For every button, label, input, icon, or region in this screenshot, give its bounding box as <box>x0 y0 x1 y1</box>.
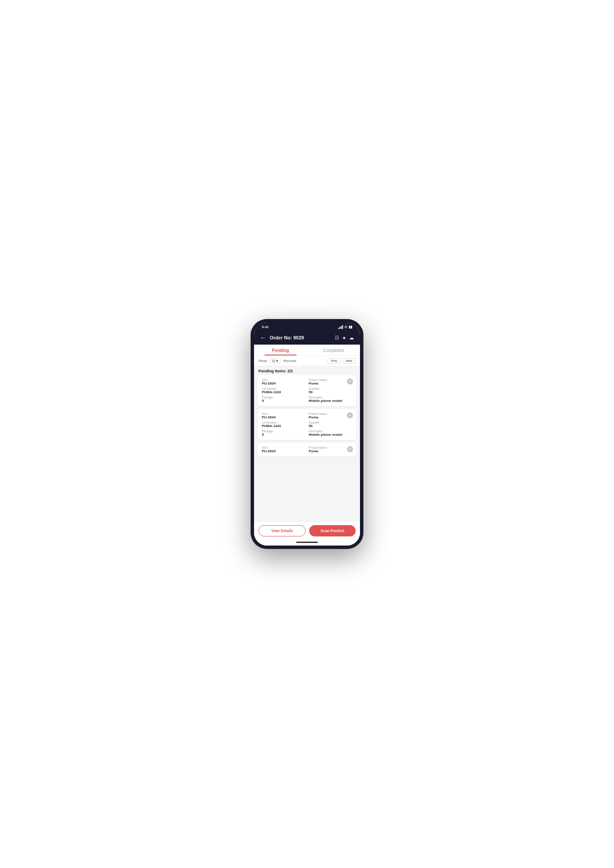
list-item: ✓ SKU: PU-2934 Product Name: Puma Lot Nu… <box>257 375 357 406</box>
item-grid: SKU: PU-2934 Product Name: Puma Lot Numb… <box>262 378 352 403</box>
app-header: ← Order No: 9029 ☷ ● ☁ <box>254 331 360 345</box>
list-item: ✓ SKU: PU-2934 Product Name: Puma Lot Nu… <box>257 409 357 440</box>
item-check-icon: ✓ <box>347 412 353 418</box>
product-name-field: Product Name: Puma <box>309 412 352 419</box>
description-field: Description Mobile phone model <box>309 430 352 437</box>
list-item: ✓ SKU: PU-2934 Product Name: Puma <box>257 443 357 457</box>
product-name-field: Product Name: Puma <box>309 446 352 453</box>
view-details-button[interactable]: View Details <box>258 525 306 536</box>
cloud-icon[interactable]: ☁ <box>349 335 354 341</box>
search-icon[interactable]: ● <box>343 335 346 340</box>
package-field: Package 5 <box>262 430 305 437</box>
records-label: Records <box>284 359 297 363</box>
item-grid: SKU: PU-2934 Product Name: Puma <box>262 446 352 453</box>
lot-number-field: Lot Number: PUMA-1243 <box>262 421 305 428</box>
document-icon[interactable]: ☷ <box>335 335 339 341</box>
show-label: Show <box>258 359 267 363</box>
back-button[interactable]: ← <box>260 334 266 341</box>
sku-field: SKU: PU-2934 <box>262 378 305 385</box>
item-check-icon: ✓ <box>347 446 353 452</box>
wifi-icon: ⊙ <box>344 325 347 329</box>
next-button[interactable]: Next <box>343 358 356 364</box>
status-bar: 9:41 ⊙ ▮▮ <box>254 322 360 331</box>
records-select[interactable]: 10 ▼ <box>270 358 281 363</box>
battery-icon: ▮▮ <box>349 325 352 329</box>
product-name-field: Product Name: Puma <box>309 378 352 385</box>
lot-number-field: Lot Number: PUMA-1243 <box>262 387 305 394</box>
sku-field: SKU: PU-2934 <box>262 446 305 453</box>
tabs: Pending Completed <box>254 345 360 356</box>
status-indicators: ⊙ ▮▮ <box>338 325 352 329</box>
item-grid: SKU: PU-2934 Product Name: Puma Lot Numb… <box>262 412 352 437</box>
status-time: 9:41 <box>262 325 269 329</box>
content-area: Pending Completed Show 10 ▼ Records Prev… <box>254 345 360 546</box>
page-title: Order No: 9029 <box>270 335 331 340</box>
pending-count: Pending Items: 2/2 <box>254 366 360 375</box>
items-list: ✓ SKU: PU-2934 Product Name: Puma Lot Nu… <box>254 375 360 521</box>
scan-product-button[interactable]: Scan Product <box>309 525 356 536</box>
quantity-field: Quantity 50 <box>309 421 352 428</box>
notch <box>295 326 312 329</box>
pagination-bar: Show 10 ▼ Records Prev Next <box>254 356 360 366</box>
prev-button[interactable]: Prev <box>327 358 340 364</box>
signal-icon <box>338 325 343 329</box>
header-icons: ☷ ● ☁ <box>335 335 354 341</box>
sku-field: SKU: PU-2934 <box>262 412 305 419</box>
phone-screen: 9:41 ⊙ ▮▮ ← Order No: 9029 ☷ ● ☁ <box>254 322 360 546</box>
tab-pending[interactable]: Pending <box>254 345 307 355</box>
page-nav: Prev Next <box>327 358 356 364</box>
item-check-icon: ✓ <box>347 378 353 385</box>
phone-frame: 9:41 ⊙ ▮▮ ← Order No: 9029 ☷ ● ☁ <box>251 319 363 549</box>
home-indicator <box>254 540 360 546</box>
home-bar <box>296 542 318 543</box>
tab-completed[interactable]: Completed <box>307 345 360 355</box>
package-field: Package 5 <box>262 396 305 403</box>
bottom-buttons: View Details Scan Product <box>254 521 360 540</box>
description-field: Description Mobile phone model <box>309 396 352 403</box>
quantity-field: Quantity 50 <box>309 387 352 394</box>
